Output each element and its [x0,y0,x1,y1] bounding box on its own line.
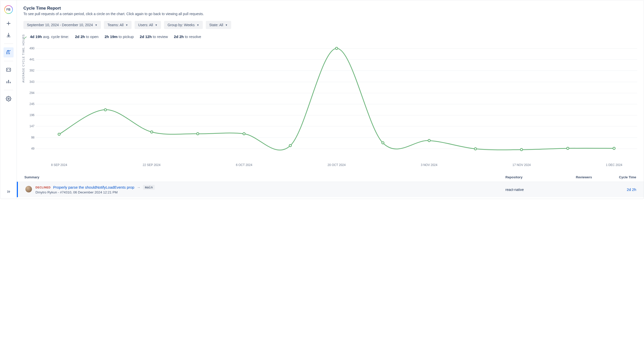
x-tick: 22 SEP 2024 [143,163,160,167]
divider [4,90,13,90]
filter-state-label: State: All [209,23,223,27]
chart-point[interactable] [196,132,199,135]
filter-teams-label: Teams: All [107,23,124,27]
app-logo[interactable]: FB [4,5,13,14]
chart-point[interactable] [335,47,338,50]
chevron-down-icon: ▼ [197,24,199,26]
chart-point[interactable] [520,148,523,151]
stat-avg-cycle-time: 4d 19h avg. cycle time: [23,35,69,39]
chart-point[interactable] [243,132,246,135]
cell-repository: react-native [505,188,576,192]
pr-table: Summary Repository Reviewers Cycle Time … [17,173,644,197]
y-tick: 294 [26,91,34,95]
stat-to-review: 2d 12h to review [140,35,168,39]
filter-users[interactable]: Users: All ▼ [135,21,161,29]
y-tick: 98 [26,136,34,139]
y-tick: 441 [26,58,34,61]
y-tick: 245 [26,102,34,106]
pr-meta: Dmytro Rykun - #74310, 06 December 2024 … [35,190,155,194]
status-badge: DECLINED [35,186,51,189]
chart-point[interactable] [289,144,292,147]
y-tick: 392 [26,69,34,72]
chart-point[interactable] [150,130,153,133]
chart-point[interactable] [566,147,569,150]
page-subtitle: To see pull requests of a certain period… [23,12,637,16]
sidebar: FB [0,0,17,199]
filter-group-by[interactable]: Group by: Weeks ▼ [164,21,203,29]
y-tick: 147 [26,124,34,128]
x-tick: 1 DEC 2024 [606,163,622,167]
expand-sidebar-icon[interactable] [4,188,14,195]
code-icon[interactable] [4,65,14,75]
branch-badge: main [143,185,155,190]
x-tick: 8 SEP 2024 [51,163,67,167]
stat-to-pickup: 2h 19m to pickup [105,35,134,39]
chevron-down-icon: ▼ [155,24,157,26]
filter-date-range[interactable]: September 10, 2024 - December 10, 2024 ▼ [23,21,101,29]
cycle-time-chart[interactable]: AVERAGE CYCLE TIME, HOURS 49981471962452… [23,44,637,170]
col-reviewers: Reviewers [576,175,606,179]
col-cycle-time: Cycle Time [606,175,636,179]
cell-cycle-time[interactable]: 2d 2h [606,187,636,192]
chart-point[interactable] [104,108,107,111]
y-axis-label: AVERAGE CYCLE TIME, HOURS [22,34,25,83]
avatar [25,186,32,192]
filter-group-by-label: Group by: Weeks [168,23,195,27]
chevron-down-icon: ▼ [225,24,228,26]
svg-point-6 [8,98,9,99]
chevron-down-icon: ▼ [126,24,128,26]
stat-to-resolve: 2d 2h to resolve [174,35,201,39]
divider [4,44,13,44]
arrow-right-icon: → [137,185,140,189]
filter-users-label: Users: All [138,23,153,27]
y-tick: 196 [26,113,34,117]
y-tick: 490 [26,47,34,50]
filter-teams[interactable]: Teams: All ▼ [104,21,132,29]
chevron-down-icon: ▼ [95,24,97,26]
filter-state[interactable]: State: All ▼ [206,21,231,29]
chart-up-icon[interactable] [4,47,14,57]
y-tick: 49 [26,147,34,150]
x-tick: 20 OCT 2024 [328,163,346,167]
chart-point[interactable] [428,139,431,142]
pr-title[interactable]: Properly parse the shouldNotifyLoadEvent… [53,185,134,189]
download-icon[interactable] [4,30,14,40]
table-row[interactable]: DECLINED Properly parse the shouldNotify… [17,182,644,197]
add-icon[interactable] [4,18,14,28]
page-title: Cycle Time Report [23,6,637,11]
chart-point[interactable] [474,147,477,150]
chart-point[interactable] [613,147,616,150]
chart-point[interactable] [381,141,384,144]
y-tick: 343 [26,80,34,84]
stat-to-open: 2d 2h to open [75,35,98,39]
x-tick: 6 OCT 2024 [236,163,252,167]
bars-icon[interactable] [4,76,14,86]
chart-line [36,44,637,160]
main-content: Cycle Time Report To see pull requests o… [17,0,644,199]
filter-date-range-label: September 10, 2024 - December 10, 2024 [27,23,93,27]
x-tick: 3 NOV 2024 [421,163,437,167]
col-repository: Repository [505,175,576,179]
gear-icon[interactable] [4,94,14,104]
col-summary: Summary [24,175,505,179]
chart-point[interactable] [58,133,61,136]
x-tick: 17 NOV 2024 [512,163,531,167]
divider [4,61,13,61]
